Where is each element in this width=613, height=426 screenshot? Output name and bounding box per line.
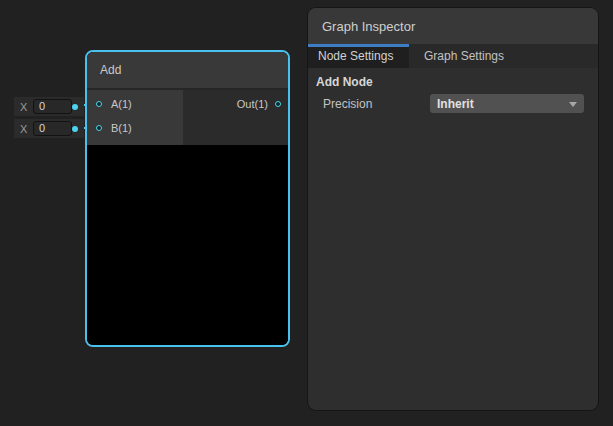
inspector-tabbar: Node Settings Graph Settings — [308, 44, 598, 68]
edge-anchor-dot-icon — [72, 104, 78, 110]
value-input-b[interactable]: 0 — [33, 121, 72, 136]
precision-field-row: Precision Inherit — [308, 94, 598, 113]
node-settings-content: Add Node Precision Inherit — [308, 68, 598, 113]
input-port-a-icon[interactable] — [96, 101, 102, 107]
section-title: Add Node — [316, 75, 598, 89]
tab-node-settings[interactable]: Node Settings — [308, 44, 409, 68]
node-preview — [87, 145, 288, 345]
value-input-a[interactable]: 0 — [33, 99, 72, 114]
port-value-widget-a: X 0 — [14, 97, 84, 116]
tab-graph-settings[interactable]: Graph Settings — [409, 44, 504, 68]
axis-label-x: X — [20, 101, 29, 113]
axis-label-x: X — [20, 123, 29, 135]
input-port-b-label: B(1) — [111, 122, 132, 134]
port-value-widget-b: X 0 — [14, 119, 84, 138]
edge-anchor-dot-icon — [72, 126, 78, 132]
precision-dropdown-value: Inherit — [437, 97, 474, 111]
output-row-out: Out(1) — [183, 92, 288, 116]
input-row-b: B(1) — [87, 116, 183, 140]
graph-inspector-panel: Graph Inspector Node Settings Graph Sett… — [308, 8, 598, 410]
output-port-icon[interactable] — [275, 101, 281, 107]
precision-label: Precision — [323, 97, 430, 111]
add-node[interactable]: Add A(1) B(1) Out(1) — [85, 50, 290, 347]
input-port-a-label: A(1) — [111, 98, 132, 110]
input-row-a: A(1) — [87, 92, 183, 116]
graph-inspector-title[interactable]: Graph Inspector — [308, 8, 598, 44]
chevron-down-icon — [569, 102, 577, 107]
output-port-label: Out(1) — [237, 98, 268, 110]
precision-dropdown[interactable]: Inherit — [430, 94, 584, 113]
input-port-b-icon[interactable] — [96, 125, 102, 131]
node-output-section: Out(1) — [183, 90, 288, 145]
node-title[interactable]: Add — [87, 52, 288, 88]
node-input-section: A(1) B(1) — [87, 90, 183, 145]
